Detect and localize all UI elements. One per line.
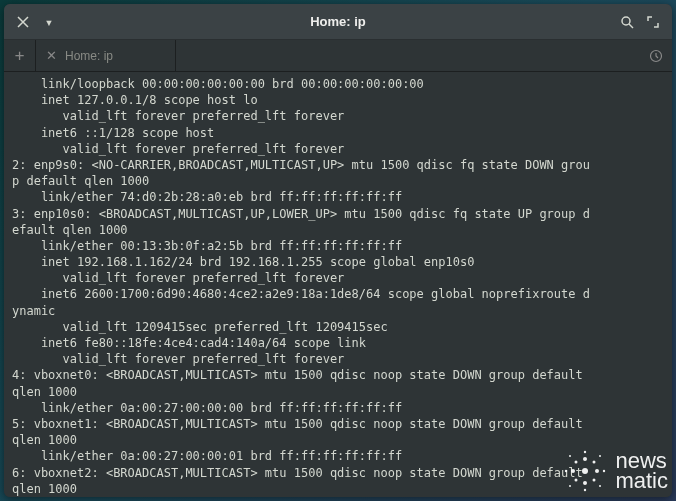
history-icon [649, 49, 663, 63]
window-title: Home: ip [62, 14, 614, 29]
svg-line-1 [629, 24, 633, 28]
tab-home-ip[interactable]: ✕ Home: ip [36, 40, 176, 71]
menu-button[interactable]: ▾ [36, 9, 62, 35]
terminal-lines: link/loopback 00:00:00:00:00:00 brd 00:0… [12, 77, 590, 497]
terminal-output[interactable]: link/loopback 00:00:00:00:00:00 brd 00:0… [4, 72, 672, 497]
history-button[interactable] [640, 40, 672, 71]
tab-label: Home: ip [65, 49, 113, 63]
maximize-button[interactable] [640, 9, 666, 35]
close-window-button[interactable] [10, 9, 36, 35]
titlebar: ▾ Home: ip [4, 4, 672, 40]
expand-icon [647, 16, 659, 28]
close-tab-icon[interactable]: ✕ [46, 48, 57, 63]
tab-spacer [176, 40, 640, 71]
terminal-window: ▾ Home: ip + ✕ Home: ip link/loopback 00… [4, 4, 672, 497]
search-button[interactable] [614, 9, 640, 35]
chevron-down-icon: ▾ [45, 14, 53, 30]
search-icon [620, 15, 634, 29]
tabbar: + ✕ Home: ip [4, 40, 672, 72]
new-tab-button[interactable]: + [4, 40, 36, 71]
svg-point-0 [622, 17, 630, 25]
